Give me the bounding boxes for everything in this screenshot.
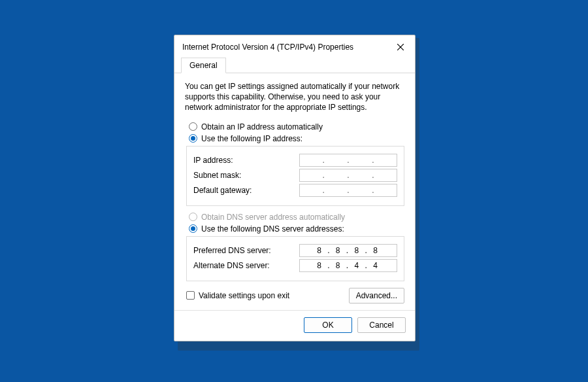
dns-group: Preferred DNS server: Alternate DNS serv… (186, 236, 404, 281)
radio-label: Obtain an IP address automatically (201, 122, 323, 131)
preferred-dns-input[interactable] (299, 244, 397, 257)
description-text: You can get IP settings assigned automat… (185, 81, 404, 113)
radio-use-ip[interactable]: Use the following IP address: (189, 134, 404, 143)
cancel-button[interactable]: Cancel (357, 317, 406, 333)
ip-address-label: IP address: (193, 156, 233, 165)
alternate-dns-input[interactable] (299, 259, 397, 272)
radio-icon (189, 122, 197, 131)
close-icon (397, 44, 404, 50)
dialog-footer: OK Cancel (174, 310, 415, 341)
ip-address-row: IP address: ... (193, 154, 397, 167)
tabstrip: General (174, 58, 415, 73)
titlebar: Internet Protocol Version 4 (TCP/IPv4) P… (174, 35, 415, 56)
radio-icon (189, 134, 197, 143)
close-button[interactable] (393, 41, 408, 54)
subnet-label: Subnet mask: (193, 171, 241, 180)
gateway-input[interactable]: ... (299, 184, 397, 197)
subnet-input[interactable]: ... (299, 169, 397, 182)
properties-dialog: Internet Protocol Version 4 (TCP/IPv4) P… (174, 35, 416, 341)
bottom-row: Validate settings upon exit Advanced... (185, 288, 404, 304)
preferred-dns-label: Preferred DNS server: (193, 246, 271, 255)
tab-general[interactable]: General (181, 58, 226, 73)
radio-label: Use the following IP address: (201, 134, 302, 143)
alternate-dns-label: Alternate DNS server: (193, 261, 270, 270)
radio-obtain-ip-auto[interactable]: Obtain an IP address automatically (189, 122, 404, 131)
dialog-title: Internet Protocol Version 4 (TCP/IPv4) P… (182, 43, 353, 52)
dialog-content: You can get IP settings assigned automat… (174, 73, 415, 310)
radio-use-dns[interactable]: Use the following DNS server addresses: (189, 224, 404, 234)
radio-label: Use the following DNS server addresses: (201, 224, 344, 234)
validate-checkbox[interactable]: Validate settings upon exit (186, 291, 289, 300)
ip-address-input[interactable]: ... (299, 154, 397, 167)
radio-icon (189, 213, 197, 221)
preferred-dns-row: Preferred DNS server: (193, 244, 397, 257)
radio-label: Obtain DNS server address automatically (201, 213, 345, 222)
ip-group: IP address: ... Subnet mask: ... Default… (186, 146, 404, 206)
advanced-button[interactable]: Advanced... (349, 288, 404, 304)
ok-button[interactable]: OK (304, 317, 352, 333)
checkbox-icon (186, 291, 195, 300)
radio-icon (189, 224, 197, 233)
gateway-label: Default gateway: (193, 186, 252, 195)
subnet-row: Subnet mask: ... (193, 169, 397, 182)
validate-label: Validate settings upon exit (199, 291, 289, 300)
radio-obtain-dns-auto: Obtain DNS server address automatically (189, 213, 404, 222)
gateway-row: Default gateway: ... (193, 184, 397, 197)
alternate-dns-row: Alternate DNS server: (193, 259, 397, 272)
